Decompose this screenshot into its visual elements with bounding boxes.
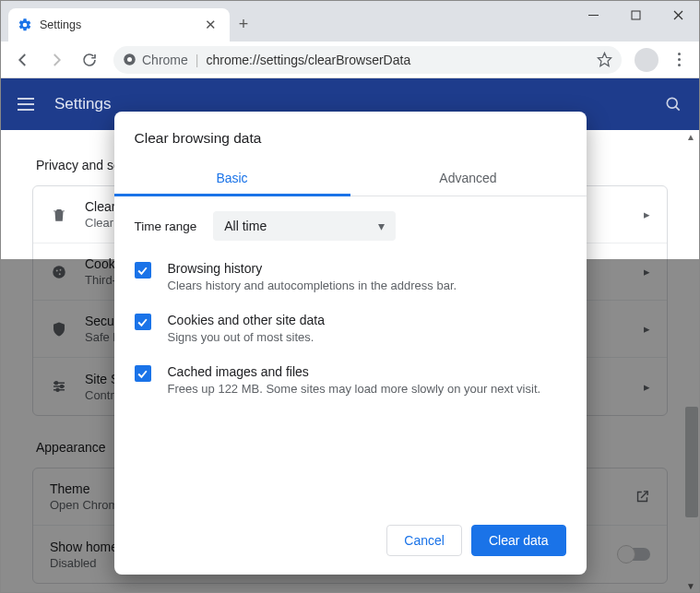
checkbox-cookies[interactable] (135, 314, 151, 330)
time-range-select[interactable]: All time ▾ (213, 211, 396, 241)
window-titlebar: Settings ✕ + (1, 1, 699, 42)
forward-button[interactable] (42, 45, 71, 75)
window-controls (572, 1, 699, 29)
svg-line-8 (676, 107, 680, 111)
option-sub: Clears history and autocompletions in th… (168, 279, 457, 292)
address-bar[interactable]: Chrome | chrome://settings/clearBrowserD… (113, 46, 622, 74)
option-title: Cached images and files (168, 364, 541, 379)
option-title: Browsing history (168, 261, 457, 276)
maximize-button[interactable] (614, 1, 657, 29)
svg-point-5 (127, 57, 132, 62)
tab-advanced[interactable]: Advanced (350, 160, 587, 196)
site-chip: Chrome (123, 53, 188, 67)
back-button[interactable] (8, 45, 38, 75)
svg-marker-6 (598, 53, 611, 65)
option-cookies: Cookies and other site dataSigns you out… (135, 313, 566, 344)
profile-avatar[interactable] (635, 48, 658, 72)
trash-icon (50, 207, 68, 223)
time-range-value: All time (224, 219, 267, 233)
browser-toolbar: Chrome | chrome://settings/clearBrowserD… (1, 42, 699, 78)
close-icon[interactable]: ✕ (201, 17, 220, 33)
option-cached: Cached images and filesFrees up 122 MB. … (135, 364, 566, 396)
search-icon[interactable] (664, 95, 682, 113)
option-title: Cookies and other site data (168, 313, 325, 327)
chip-label: Chrome (142, 53, 188, 67)
dialog-title: Clear browsing data (114, 112, 587, 160)
svg-point-7 (667, 98, 677, 108)
tab-basic[interactable]: Basic (114, 160, 350, 196)
time-range-label: Time range (135, 219, 197, 233)
browser-menu-button[interactable] (666, 53, 692, 66)
checkbox-cached[interactable] (135, 365, 151, 382)
url-text: chrome://settings/clearBrowserData (206, 53, 589, 67)
menu-icon[interactable] (18, 98, 34, 111)
new-tab-button[interactable]: + (230, 10, 257, 38)
gear-icon (18, 18, 32, 32)
option-sub: Signs you out of most sites. (168, 330, 325, 344)
clear-browsing-data-dialog: Clear browsing data Basic Advanced Time … (114, 112, 587, 575)
chrome-icon (123, 53, 136, 66)
tab-title: Settings (40, 18, 194, 31)
chevron-right-icon: ▸ (644, 208, 650, 221)
checkbox-browsing-history[interactable] (135, 262, 151, 279)
scroll-up[interactable]: ▲ (684, 130, 697, 143)
page-title: Settings (54, 95, 111, 113)
dialog-tabs: Basic Advanced (114, 160, 587, 196)
minimize-button[interactable] (572, 1, 614, 29)
reload-button[interactable] (75, 45, 104, 75)
svg-rect-1 (632, 11, 640, 19)
browser-tab[interactable]: Settings ✕ (8, 8, 230, 42)
close-window-button[interactable] (657, 1, 699, 29)
separator: | (196, 53, 199, 67)
clear-data-button[interactable]: Clear data (471, 525, 566, 556)
cancel-button[interactable]: Cancel (386, 525, 462, 556)
chevron-down-icon: ▾ (378, 219, 385, 233)
option-browsing-history: Browsing historyClears history and autoc… (135, 261, 566, 292)
option-sub: Frees up 122 MB. Some sites may load mor… (168, 382, 541, 396)
bookmark-star-icon[interactable] (597, 52, 612, 67)
